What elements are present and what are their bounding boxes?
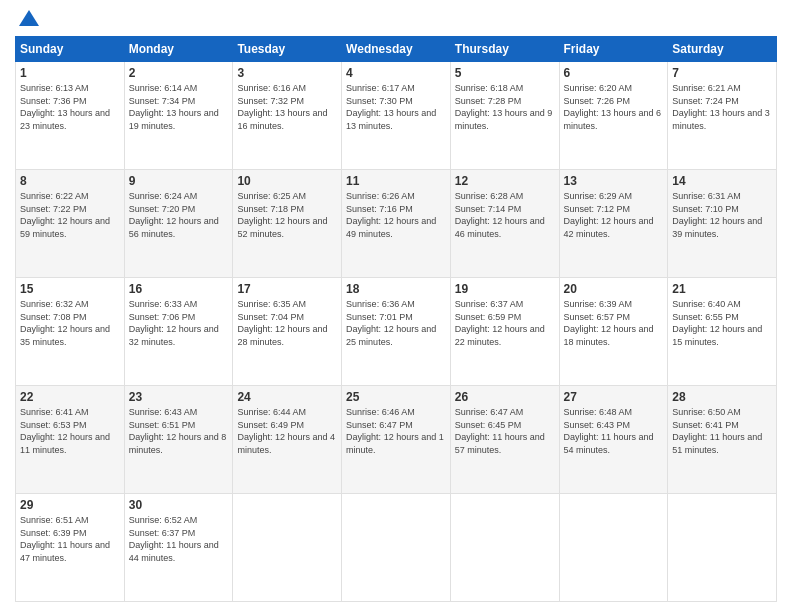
calendar-cell: 2 Sunrise: 6:14 AM Sunset: 7:34 PM Dayli… (124, 62, 233, 170)
day-number: 23 (129, 390, 229, 404)
daylight-label: Daylight: 13 hours and 23 minutes. (20, 108, 110, 131)
calendar-cell: 16 Sunrise: 6:33 AM Sunset: 7:06 PM Dayl… (124, 278, 233, 386)
calendar-cell: 14 Sunrise: 6:31 AM Sunset: 7:10 PM Dayl… (668, 170, 777, 278)
day-info: Sunrise: 6:43 AM Sunset: 6:51 PM Dayligh… (129, 406, 229, 456)
col-sunday: Sunday (16, 37, 125, 62)
calendar-cell (668, 494, 777, 602)
day-info: Sunrise: 6:41 AM Sunset: 6:53 PM Dayligh… (20, 406, 120, 456)
daylight-label: Daylight: 12 hours and 49 minutes. (346, 216, 436, 239)
day-number: 5 (455, 66, 555, 80)
day-info: Sunrise: 6:22 AM Sunset: 7:22 PM Dayligh… (20, 190, 120, 240)
day-number: 1 (20, 66, 120, 80)
daylight-label: Daylight: 12 hours and 11 minutes. (20, 432, 110, 455)
day-info: Sunrise: 6:26 AM Sunset: 7:16 PM Dayligh… (346, 190, 446, 240)
daylight-label: Daylight: 13 hours and 3 minutes. (672, 108, 770, 131)
calendar-cell (233, 494, 342, 602)
calendar-cell: 6 Sunrise: 6:20 AM Sunset: 7:26 PM Dayli… (559, 62, 668, 170)
sunset-label: Sunset: 7:16 PM (346, 204, 413, 214)
col-monday: Monday (124, 37, 233, 62)
daylight-label: Daylight: 12 hours and 22 minutes. (455, 324, 545, 347)
sunrise-label: Sunrise: 6:33 AM (129, 299, 198, 309)
sunset-label: Sunset: 7:08 PM (20, 312, 87, 322)
sunrise-label: Sunrise: 6:24 AM (129, 191, 198, 201)
day-info: Sunrise: 6:47 AM Sunset: 6:45 PM Dayligh… (455, 406, 555, 456)
sunrise-label: Sunrise: 6:21 AM (672, 83, 741, 93)
calendar-week-row: 22 Sunrise: 6:41 AM Sunset: 6:53 PM Dayl… (16, 386, 777, 494)
calendar-cell: 15 Sunrise: 6:32 AM Sunset: 7:08 PM Dayl… (16, 278, 125, 386)
sunrise-label: Sunrise: 6:46 AM (346, 407, 415, 417)
day-info: Sunrise: 6:13 AM Sunset: 7:36 PM Dayligh… (20, 82, 120, 132)
daylight-label: Daylight: 13 hours and 13 minutes. (346, 108, 436, 131)
day-number: 22 (20, 390, 120, 404)
sunset-label: Sunset: 6:57 PM (564, 312, 631, 322)
day-info: Sunrise: 6:24 AM Sunset: 7:20 PM Dayligh… (129, 190, 229, 240)
sunrise-label: Sunrise: 6:35 AM (237, 299, 306, 309)
sunrise-label: Sunrise: 6:18 AM (455, 83, 524, 93)
sunset-label: Sunset: 6:43 PM (564, 420, 631, 430)
day-number: 17 (237, 282, 337, 296)
sunrise-label: Sunrise: 6:47 AM (455, 407, 524, 417)
sunrise-label: Sunrise: 6:29 AM (564, 191, 633, 201)
calendar-cell: 1 Sunrise: 6:13 AM Sunset: 7:36 PM Dayli… (16, 62, 125, 170)
calendar-cell: 25 Sunrise: 6:46 AM Sunset: 6:47 PM Dayl… (342, 386, 451, 494)
daylight-label: Daylight: 13 hours and 16 minutes. (237, 108, 327, 131)
day-info: Sunrise: 6:46 AM Sunset: 6:47 PM Dayligh… (346, 406, 446, 456)
daylight-label: Daylight: 12 hours and 28 minutes. (237, 324, 327, 347)
day-number: 4 (346, 66, 446, 80)
day-info: Sunrise: 6:18 AM Sunset: 7:28 PM Dayligh… (455, 82, 555, 132)
sunset-label: Sunset: 7:01 PM (346, 312, 413, 322)
sunset-label: Sunset: 7:04 PM (237, 312, 304, 322)
sunset-label: Sunset: 7:36 PM (20, 96, 87, 106)
day-number: 21 (672, 282, 772, 296)
day-number: 26 (455, 390, 555, 404)
calendar-cell: 22 Sunrise: 6:41 AM Sunset: 6:53 PM Dayl… (16, 386, 125, 494)
day-number: 28 (672, 390, 772, 404)
day-number: 7 (672, 66, 772, 80)
calendar-cell: 3 Sunrise: 6:16 AM Sunset: 7:32 PM Dayli… (233, 62, 342, 170)
sunrise-label: Sunrise: 6:40 AM (672, 299, 741, 309)
calendar-cell: 13 Sunrise: 6:29 AM Sunset: 7:12 PM Dayl… (559, 170, 668, 278)
day-number: 20 (564, 282, 664, 296)
day-info: Sunrise: 6:29 AM Sunset: 7:12 PM Dayligh… (564, 190, 664, 240)
daylight-label: Daylight: 12 hours and 35 minutes. (20, 324, 110, 347)
day-number: 6 (564, 66, 664, 80)
sunrise-label: Sunrise: 6:28 AM (455, 191, 524, 201)
sunset-label: Sunset: 7:12 PM (564, 204, 631, 214)
calendar-cell: 20 Sunrise: 6:39 AM Sunset: 6:57 PM Dayl… (559, 278, 668, 386)
calendar-cell: 27 Sunrise: 6:48 AM Sunset: 6:43 PM Dayl… (559, 386, 668, 494)
day-number: 16 (129, 282, 229, 296)
sunset-label: Sunset: 6:59 PM (455, 312, 522, 322)
day-info: Sunrise: 6:17 AM Sunset: 7:30 PM Dayligh… (346, 82, 446, 132)
daylight-label: Daylight: 11 hours and 57 minutes. (455, 432, 545, 455)
col-tuesday: Tuesday (233, 37, 342, 62)
day-number: 12 (455, 174, 555, 188)
sunset-label: Sunset: 7:26 PM (564, 96, 631, 106)
sunrise-label: Sunrise: 6:26 AM (346, 191, 415, 201)
calendar-cell: 8 Sunrise: 6:22 AM Sunset: 7:22 PM Dayli… (16, 170, 125, 278)
sunset-label: Sunset: 7:24 PM (672, 96, 739, 106)
day-info: Sunrise: 6:32 AM Sunset: 7:08 PM Dayligh… (20, 298, 120, 348)
sunrise-label: Sunrise: 6:13 AM (20, 83, 89, 93)
col-thursday: Thursday (450, 37, 559, 62)
day-info: Sunrise: 6:21 AM Sunset: 7:24 PM Dayligh… (672, 82, 772, 132)
day-info: Sunrise: 6:52 AM Sunset: 6:37 PM Dayligh… (129, 514, 229, 564)
calendar-cell (342, 494, 451, 602)
logo (15, 14, 41, 30)
day-info: Sunrise: 6:14 AM Sunset: 7:34 PM Dayligh… (129, 82, 229, 132)
calendar-cell (450, 494, 559, 602)
day-number: 13 (564, 174, 664, 188)
day-number: 9 (129, 174, 229, 188)
day-number: 14 (672, 174, 772, 188)
calendar-cell: 19 Sunrise: 6:37 AM Sunset: 6:59 PM Dayl… (450, 278, 559, 386)
day-number: 8 (20, 174, 120, 188)
sunrise-label: Sunrise: 6:17 AM (346, 83, 415, 93)
daylight-label: Daylight: 12 hours and 39 minutes. (672, 216, 762, 239)
day-number: 24 (237, 390, 337, 404)
calendar-header-row: Sunday Monday Tuesday Wednesday Thursday… (16, 37, 777, 62)
day-info: Sunrise: 6:16 AM Sunset: 7:32 PM Dayligh… (237, 82, 337, 132)
sunrise-label: Sunrise: 6:14 AM (129, 83, 198, 93)
calendar-cell: 5 Sunrise: 6:18 AM Sunset: 7:28 PM Dayli… (450, 62, 559, 170)
sunrise-label: Sunrise: 6:41 AM (20, 407, 89, 417)
sunset-label: Sunset: 6:37 PM (129, 528, 196, 538)
daylight-label: Daylight: 11 hours and 47 minutes. (20, 540, 110, 563)
